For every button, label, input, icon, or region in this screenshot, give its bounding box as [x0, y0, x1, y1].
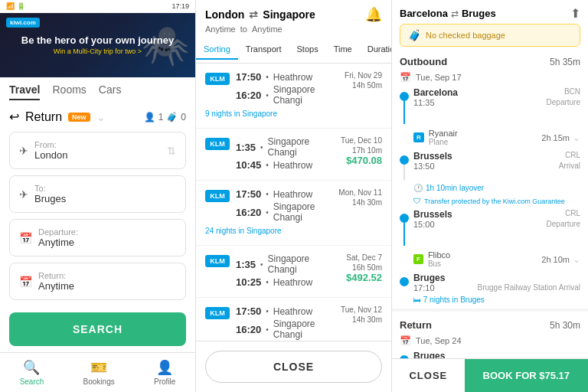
price-1: $470.08: [341, 155, 382, 166]
kiwi-guarantee-row: 🛡 Transfer protected by the Kiwi.com Gua…: [392, 194, 588, 207]
kiwi-guarantee: Transfer protected by the Kiwi.com Guara…: [424, 198, 565, 205]
result-flights-1: KLM 17:50 • Heathrow 16:20 • Singapore C…: [205, 71, 382, 107]
filter-time[interactable]: Time: [326, 40, 360, 60]
bus-type: Bus: [428, 260, 450, 268]
stop-brussels-arrive: Brussels CRL 13:50 Arrival: [392, 149, 588, 181]
dot-3: •: [260, 143, 263, 152]
stop-dot-crl-arr: [400, 155, 409, 165]
search-panel: 📶 🔋 17:19 kiwi.com Be the hero of your o…: [0, 0, 196, 392]
filter-sorting[interactable]: Sorting: [196, 40, 238, 60]
calendar-depart-icon: 📅: [19, 232, 32, 244]
nights-badge-1: 9 nights in Singapore: [205, 109, 382, 118]
stop-brussels-depart: Brussels CRL 15:00 Departure: [392, 207, 588, 247]
return-date: Tue, Sep 24: [416, 336, 462, 345]
nav-search[interactable]: 🔍 Search: [20, 359, 44, 386]
trip-type-arrow[interactable]: ⌄: [96, 111, 106, 123]
flight-times-1: 17:50 • Heathrow 16:20 • Singapore Chang…: [236, 71, 338, 107]
result-item-1[interactable]: KLM 17:50 • Heathrow 16:20 • Singapore C…: [196, 64, 391, 129]
clock-icon: 🕐: [413, 184, 423, 192]
flight-times-3: 17:50 • Heathrow 16:20 • Singapore Chang…: [236, 188, 332, 224]
baggage-warning: 🧳 No checked baggage: [400, 24, 580, 47]
outbound-cal-icon: 📅: [400, 72, 411, 83]
main-nav-tabs: Travel Rooms Cars: [0, 77, 195, 103]
from-field[interactable]: ✈ From: London ⇅: [9, 132, 186, 169]
route-header: London ⇄ Singapore: [205, 8, 315, 21]
detail-route: Barcelona ⇄ Bruges: [400, 8, 496, 19]
calendar-return-icon: 📅: [19, 276, 32, 288]
result-item-5[interactable]: KLM 17:50 • Heathrow 16:20 • Singapore C…: [196, 298, 391, 341]
outbound-duration: 5h 35m: [550, 57, 580, 67]
barcelona-code: BCN: [564, 87, 580, 98]
book-button[interactable]: BOOK FOR $75.17: [465, 359, 588, 392]
search-button[interactable]: SEARCH: [9, 312, 186, 346]
return-field[interactable]: 📅 Return: Anytime: [9, 263, 186, 300]
status-bar-1: 📶 🔋 17:19: [0, 0, 195, 13]
dep-time-5: 17:50: [236, 305, 261, 317]
result-meta-5: Tue, Nov 12 14h 30m: [341, 305, 382, 324]
brussels-depart-info: Brussels CRL 15:00 Departure: [413, 209, 580, 229]
result-item-2[interactable]: KLM 1:35 • Singapore Changi 10:45 • Heat…: [196, 129, 391, 181]
filter-tabs-bar: Sorting Transport Stops Time Duration Da…: [196, 37, 391, 64]
detail-scroll-area: Outbound 5h 35m 📅 Tue, Sep 17 Barcelona …: [392, 51, 588, 392]
trip-type-row: ↩ Return New ⌄ 👤 1 🧳 0: [9, 109, 186, 124]
brussels-arrive-time: 13:50: [413, 162, 435, 171]
result-meta-3: Mon, Nov 11 14h 30m: [338, 188, 382, 207]
nav-bookings-label: Bookings: [83, 377, 115, 386]
detail-arrow-icon: ⇄: [451, 8, 459, 19]
flight-times-4: 1:35 • Singapore Changi 10:25 • Heathrow: [236, 253, 340, 289]
route-to: Singapore: [263, 8, 315, 21]
dep-time-4: 1:35: [236, 259, 256, 270]
filter-transport[interactable]: Transport: [238, 40, 289, 60]
filter-stops[interactable]: Stops: [289, 40, 326, 60]
departure-field-content: Departure: Anytime: [38, 227, 78, 248]
swap-icon[interactable]: ⇅: [167, 145, 176, 157]
return-duration: 5h 30m: [550, 320, 580, 331]
nav-profile[interactable]: 👤 Profile: [154, 359, 175, 386]
tab-cars[interactable]: Cars: [99, 83, 122, 100]
route-times: Anytime to Anytime: [205, 24, 382, 34]
to-field[interactable]: ✈ To: Bruges: [9, 175, 186, 213]
share-icon[interactable]: ⬆: [570, 6, 580, 21]
ryanair-info: Ryanair Plane: [429, 129, 458, 146]
stop-bruges-arrive: Bruges 17:10 Brugge Railway Station Arri…: [392, 271, 588, 294]
close-button-p2[interactable]: CLOSE: [205, 351, 382, 383]
time-to: Anytime: [252, 24, 283, 34]
duration-3: 14h 30m: [338, 198, 382, 207]
return-cal-icon: 📅: [400, 335, 411, 346]
flibco-info: Flibco Bus: [428, 250, 450, 268]
baggage-text: No checked baggage: [426, 31, 505, 40]
arr-time-5: 16:20: [236, 324, 261, 335]
outbound-section-header: Outbound 5h 35m: [392, 51, 588, 69]
dot-9: •: [266, 307, 269, 315]
results-header: London ⇄ Singapore 🔔 Anytime to Anytime: [196, 0, 391, 37]
dot-7: •: [260, 260, 263, 269]
tab-travel[interactable]: Travel: [9, 83, 40, 100]
date-tag-1: Fri, Nov 29: [345, 71, 382, 80]
flibco-name: Flibco: [428, 250, 450, 260]
close-button-p3[interactable]: CLOSE: [392, 359, 465, 392]
notification-bell-icon[interactable]: 🔔: [365, 6, 382, 23]
expand-icon-1[interactable]: ⌄: [573, 132, 580, 143]
tab-rooms[interactable]: Rooms: [52, 83, 86, 100]
klm-logo-3: KLM: [205, 190, 230, 202]
brussels-arrive-info: Brussels CRL 13:50 Arrival: [413, 151, 580, 171]
filter-duration[interactable]: Duration: [360, 40, 391, 60]
result-item-3[interactable]: KLM 17:50 • Heathrow 16:20 • Singapore C…: [196, 181, 391, 246]
departure-field[interactable]: 📅 Departure: Anytime: [9, 219, 186, 256]
dep-time-2: 1:35: [236, 142, 256, 153]
dot-4: •: [266, 161, 269, 169]
time-from: Anytime: [205, 24, 236, 34]
dep-time-1: 17:50: [236, 71, 261, 83]
profile-nav-icon: 👤: [156, 359, 173, 376]
new-badge: New: [68, 113, 90, 122]
dep-airport-4: Singapore Changi: [268, 253, 340, 275]
result-flights-4: KLM 1:35 • Singapore Changi 10:25 • Heat…: [205, 253, 382, 289]
expand-icon-2[interactable]: ⌄: [573, 254, 580, 265]
bruges-arrive-label: Brugge Railway Station Arrival: [477, 283, 580, 292]
nights-bruges: 🛏 7 nights in Bruges: [392, 294, 588, 305]
result-item-4[interactable]: KLM 1:35 • Singapore Changi 10:25 • Heat…: [196, 246, 391, 298]
price-2: $492.52: [346, 272, 382, 283]
nav-bookings[interactable]: 🎫 Bookings: [83, 359, 115, 386]
bruges-arrive-time: 17:10: [413, 283, 435, 292]
stop-dot-crl-dep: [400, 214, 409, 223]
